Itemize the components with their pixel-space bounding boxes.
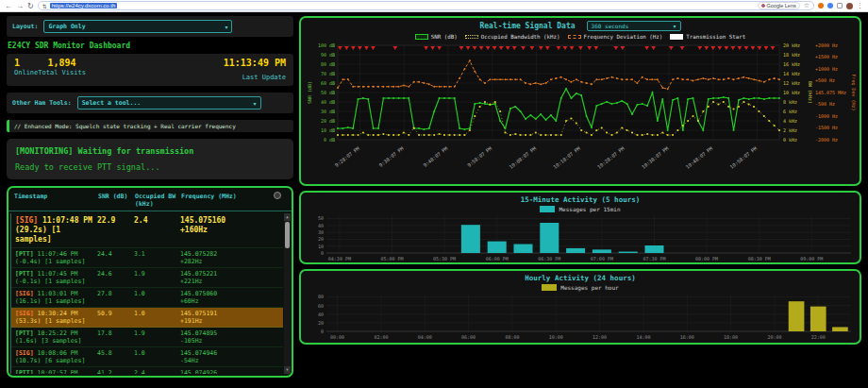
svg-text:50 dB: 50 dB (321, 90, 335, 95)
table-row[interactable]: [PTT] 11:07:46 PM (-0.4s) [1 samples]24.… (11, 248, 283, 268)
svg-text:BW (kHz): BW (kHz) (808, 81, 813, 104)
extension-icon-2[interactable] (827, 3, 833, 8)
stat-total-visits-value: 1,894 (48, 58, 76, 68)
stats-panel: 1 Online 1,894 Total Visits 11:13:49 PM … (7, 54, 293, 86)
signal-chart-head: Real-time Signal Data 360 seconds ▾ (301, 18, 860, 32)
legend-dev: Frequency Deviation (Hz) (568, 34, 663, 40)
svg-text:07:30 PM: 07:30 PM (643, 256, 665, 261)
forward-icon[interactable]: → (16, 1, 24, 11)
svg-text:10 dB: 10 dB (321, 127, 335, 133)
extension-icon-3[interactable] (837, 3, 843, 8)
svg-text:10: 10 (318, 244, 324, 249)
svg-text:04:30 PM: 04:30 PM (328, 256, 351, 261)
svg-text:10:58:07 PM: 10:58:07 PM (728, 145, 758, 170)
chevron-down-icon: ▾ (254, 100, 257, 107)
svg-text:4 kHz: 4 kHz (783, 118, 797, 124)
svg-text:-1000 Hz: -1000 Hz (815, 113, 838, 119)
svg-text:18 kHz: 18 kHz (783, 52, 800, 58)
svg-text:14 kHz: 14 kHz (783, 71, 800, 76)
left-column: Layout: Graph Only ▾ E24CY SDR Monitor D… (7, 16, 293, 387)
tools-label: Other Ham Tools: (12, 99, 72, 107)
svg-text:14:00: 14:00 (636, 334, 650, 340)
scrollbar-thumb[interactable] (285, 222, 290, 248)
legend-bw: Occupied Bandwidth (kHz) (465, 34, 560, 40)
svg-text:40 dB: 40 dB (321, 99, 335, 105)
svg-text:+1500 Hz: +1500 Hz (815, 54, 838, 59)
svg-text:20: 20 (318, 320, 324, 326)
signal-chart-panel: Real-time Signal Data 360 seconds ▾ SNR … (299, 16, 861, 186)
svg-text:Freq Dev (Hz): Freq Dev (Hz) (850, 74, 857, 110)
hourly-panel: Hourly Activity (24 hours) Messages per … (299, 269, 861, 345)
legend-tx: Transmission Start (670, 34, 745, 40)
svg-text:06:30 PM: 06:30 PM (538, 256, 560, 261)
stat-last-update: 11:13:49 PM Last Update (86, 58, 286, 81)
stat-last-update-value: 11:13:49 PM (224, 58, 286, 68)
extension-icon-1[interactable] (818, 3, 824, 8)
activity15-title: 15-Minute Activity (5 hours) (301, 193, 860, 205)
profile-avatar[interactable] (846, 3, 853, 9)
svg-text:+2000 Hz: +2000 Hz (815, 42, 838, 48)
table-row[interactable]: [PTT] 10:25:22 PM (1.6s) [3 samples]17.8… (11, 328, 283, 347)
range-select[interactable]: 360 seconds ▾ (587, 21, 681, 31)
layout-select[interactable]: Graph Only ▾ (43, 20, 232, 33)
site-settings-icon[interactable]: ⇅ (42, 3, 47, 9)
table-info-icon[interactable] (274, 192, 281, 199)
svg-text:05:00 PM: 05:00 PM (380, 256, 403, 261)
table-row[interactable]: [PTT] 10:07:57 PM (7.5s) [17 samples]41.… (11, 367, 283, 374)
svg-text:70 dB: 70 dB (321, 71, 335, 76)
svg-text:8 kHz: 8 kHz (783, 99, 797, 105)
svg-text:10:28:07 PM: 10:28:07 PM (596, 145, 626, 170)
activity15-swatch (540, 206, 555, 212)
status-line-1: [MONITORING] Waiting for transmission (15, 146, 285, 156)
reload-icon[interactable]: ↻ (27, 1, 34, 11)
svg-text:00:00: 00:00 (330, 334, 344, 340)
stat-online-value: 1 (14, 58, 38, 68)
svg-text:20 dB: 20 dB (321, 118, 335, 124)
bw-swatch (465, 35, 478, 39)
table-row[interactable]: [PTT] 11:07:45 PM (-0.1s) [1 samples]24.… (11, 268, 283, 288)
table-row[interactable]: [SIG] 10:30:24 PM (53.3s) [1 samples]50.… (11, 308, 283, 328)
svg-text:9:28:07 PM: 9:28:07 PM (334, 145, 360, 168)
bookmark-star-icon[interactable]: ☆ (804, 2, 810, 9)
svg-text:100 dB: 100 dB (318, 42, 335, 48)
activity15-chart: 0102030405004:30 PM05:00 PM05:30 PM06:00… (304, 213, 857, 264)
status-line-2: Ready to receive PTT signal... (15, 162, 285, 172)
svg-text:06:00 PM: 06:00 PM (486, 256, 509, 261)
stat-online: 1 Online (14, 58, 38, 81)
table-row[interactable]: [SIG] 11:07:48 PM (29.2s) [1 samples]22.… (11, 213, 283, 248)
svg-text:10:18:07 PM: 10:18:07 PM (552, 145, 581, 170)
scrollbar-up-icon[interactable]: ▲ (284, 213, 291, 221)
svg-text:08:30 PM: 08:30 PM (748, 256, 771, 261)
browser-menu-icon[interactable]: ⋮ (857, 2, 863, 9)
svg-text:02:00: 02:00 (374, 334, 388, 340)
signal-chart-title: Real-time Signal Data (479, 22, 575, 30)
svg-text:08:00 PM: 08:00 PM (695, 256, 718, 261)
table-scrollbar[interactable]: ▲ ▼ (284, 213, 291, 374)
header-bw: Occupied BW (kHz) (135, 193, 178, 208)
scrollbar-down-icon[interactable]: ▼ (284, 366, 291, 374)
svg-text:9:38:07 PM: 9:38:07 PM (378, 145, 405, 168)
svg-text:30: 30 (318, 229, 324, 235)
layout-select-value: Graph Only (48, 23, 85, 30)
hourly-chart: 02040608000:0002:0004:0006:0008:0010:001… (304, 292, 857, 343)
google-lens-chip[interactable]: Google Lens (758, 2, 800, 9)
snr-swatch (415, 34, 428, 40)
svg-text:22:00: 22:00 (811, 334, 826, 340)
svg-text:12:00: 12:00 (593, 334, 607, 340)
svg-text:0 dB: 0 dB (324, 137, 335, 143)
hourly-title: Hourly Activity (24 hours) (301, 271, 860, 283)
table-row[interactable]: [SIG] 10:08:06 PM (10.7s) [6 samples]45.… (11, 347, 283, 367)
hourly-legend: Messages per hour (301, 283, 860, 292)
address-bar[interactable]: ⇅ https://e24cy.dxcom.co.th Google Lens … (38, 1, 814, 10)
hourly-legend-label: Messages per hour (560, 284, 618, 291)
svg-text:SNR (dB): SNR (dB) (307, 81, 312, 104)
signal-legend: SNR (dB) Occupied Bandwidth (kHz) Freque… (301, 32, 860, 40)
header-snr: SNR (dB) (98, 193, 132, 208)
range-select-value: 360 seconds (592, 23, 629, 29)
svg-text:12 kHz: 12 kHz (783, 80, 800, 86)
back-icon[interactable]: ← (5, 1, 12, 11)
table-row[interactable]: [SIG] 11:03:01 PM (16.1s) [1 samples]27.… (11, 288, 283, 308)
url-text[interactable]: https://e24cy.dxcom.co.th (50, 3, 118, 8)
tools-select[interactable]: Select a tool... ▾ (77, 96, 261, 110)
layout-bar: Layout: Graph Only ▾ (7, 16, 293, 37)
